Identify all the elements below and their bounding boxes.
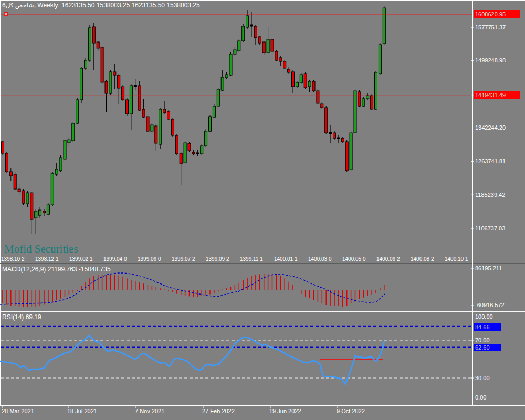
candle	[371, 96, 373, 109]
candle	[130, 86, 132, 114]
candle	[59, 158, 62, 171]
candle	[22, 191, 25, 203]
candle	[275, 51, 278, 60]
candle	[254, 26, 257, 38]
candle	[51, 173, 54, 205]
candle	[18, 189, 20, 192]
candle	[146, 117, 149, 131]
candle	[321, 104, 323, 108]
chart-title: شاخص كل6, Weekly: 1623135.50 1538003.25 …	[2, 2, 200, 9]
candle	[142, 109, 145, 117]
candle	[300, 75, 302, 83]
candle	[213, 106, 215, 117]
candle	[271, 39, 274, 51]
candle	[64, 140, 66, 159]
candle	[155, 126, 158, 143]
candle	[379, 45, 381, 74]
watermark: Mofid Securities	[4, 243, 78, 256]
candle	[217, 89, 219, 106]
candle	[258, 37, 261, 43]
candle	[329, 132, 332, 134]
candle	[171, 119, 174, 135]
candle	[122, 87, 124, 100]
candle	[262, 42, 265, 52]
candle	[205, 131, 207, 146]
candle	[234, 50, 236, 54]
candle	[88, 28, 91, 60]
candle	[345, 142, 348, 171]
candle	[221, 77, 224, 90]
candle	[375, 72, 377, 109]
candle	[238, 41, 240, 51]
candle	[113, 72, 116, 75]
candle	[163, 109, 166, 113]
candle	[188, 143, 191, 151]
candle	[184, 143, 186, 163]
candle	[97, 42, 99, 48]
candle	[92, 27, 95, 43]
candle	[312, 81, 315, 91]
candle	[279, 58, 282, 61]
candle	[317, 91, 319, 103]
candle	[55, 169, 58, 174]
candle	[43, 211, 46, 213]
candle	[2, 142, 4, 153]
candle	[362, 99, 365, 106]
candle	[76, 100, 79, 123]
candle	[209, 117, 212, 131]
candle	[201, 146, 203, 154]
candle	[288, 69, 290, 72]
macd-signal-line	[0, 273, 385, 304]
candle	[366, 96, 369, 99]
chart-window: شاخص كل6, Weekly: 1623135.50 1538003.25 …	[0, 0, 525, 420]
candle	[180, 153, 182, 164]
candle	[26, 193, 29, 204]
candle	[192, 152, 195, 154]
candle	[134, 85, 136, 87]
candle	[9, 172, 12, 176]
candle	[325, 108, 328, 133]
candle	[85, 60, 87, 68]
candle	[138, 86, 141, 110]
candle	[68, 140, 70, 143]
candle	[72, 123, 75, 141]
candle	[126, 100, 129, 114]
candle	[159, 109, 162, 144]
candle	[341, 138, 344, 142]
candle	[246, 16, 249, 27]
candle	[267, 39, 269, 52]
candle	[167, 111, 170, 119]
macd-indicator-label: MACD(12,26,9) 21199.763 -15048.735	[2, 266, 111, 273]
candle	[14, 174, 16, 189]
candle	[101, 47, 103, 82]
candle	[292, 72, 295, 87]
candle	[30, 193, 33, 219]
candle	[337, 138, 340, 139]
candle	[308, 81, 311, 87]
candle	[47, 205, 49, 214]
candle	[350, 133, 352, 170]
candle	[5, 153, 8, 172]
chart-canvas	[0, 0, 525, 420]
line-handle[interactable]	[4, 13, 7, 16]
candle	[242, 26, 245, 41]
candle	[333, 133, 336, 138]
candle	[175, 135, 178, 154]
candle	[225, 75, 228, 78]
rsi-indicator-label: RSI(14) 69.19	[2, 313, 41, 321]
candle	[118, 75, 120, 88]
candle	[284, 61, 286, 68]
candle	[304, 74, 307, 88]
candle	[151, 125, 153, 131]
candle	[105, 81, 108, 93]
candle	[109, 72, 112, 93]
candle	[296, 82, 298, 87]
candle	[383, 8, 385, 44]
candle	[250, 25, 253, 26]
candle	[229, 54, 232, 75]
candle	[354, 91, 356, 133]
candle	[196, 153, 199, 154]
candle	[35, 211, 37, 218]
candle	[39, 210, 41, 215]
candle	[358, 92, 361, 106]
